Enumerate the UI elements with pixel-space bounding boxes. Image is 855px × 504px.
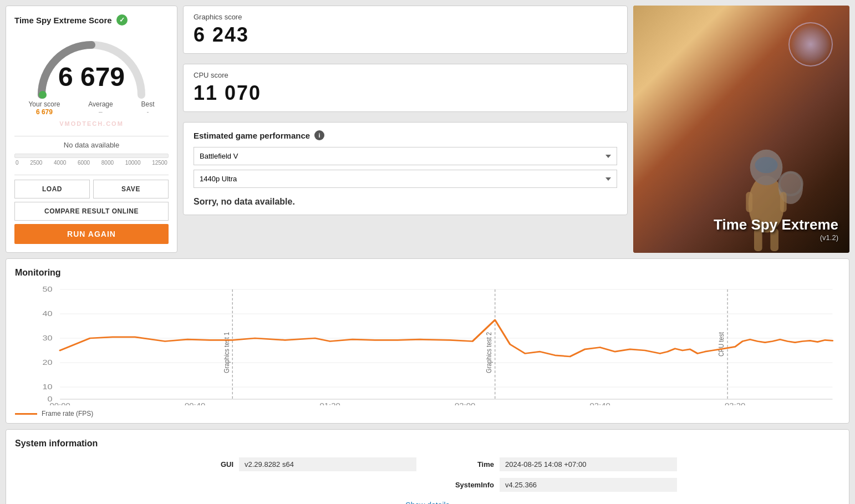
sysinfo-val-empty bbox=[239, 482, 416, 488]
cpu-score-label: CPU score bbox=[194, 71, 617, 79]
cpu-score-value: 11 070 bbox=[194, 82, 617, 105]
sysinfo-key-time: Time bbox=[439, 460, 494, 469]
sysinfo-title: System information bbox=[15, 439, 840, 449]
svg-text:02:00: 02:00 bbox=[455, 403, 475, 405]
svg-text:50: 50 bbox=[43, 286, 53, 293]
check-icon: ✓ bbox=[116, 14, 128, 26]
title-text: Time Spy Extreme Score bbox=[14, 16, 112, 25]
main-score: 6 679 bbox=[58, 62, 125, 92]
svg-text:01:20: 01:20 bbox=[320, 403, 340, 405]
sysinfo-grid: GUI v2.29.8282 s64 Time 2024-08-25 14:08… bbox=[178, 457, 677, 492]
compare-button[interactable]: COMPARE RESULT ONLINE bbox=[14, 202, 169, 221]
svg-point-3 bbox=[755, 157, 777, 173]
left-score-panel: Time Spy Extreme Score ✓ 6 679 Your s bbox=[6, 6, 177, 253]
svg-rect-6 bbox=[746, 192, 752, 212]
load-button[interactable]: LOAD bbox=[14, 180, 90, 198]
sysinfo-row-empty bbox=[178, 478, 416, 492]
sysinfo-row-time: Time 2024-08-25 14:08 +07:00 bbox=[439, 457, 677, 471]
show-details-link[interactable]: Show details bbox=[405, 501, 449, 504]
save-button[interactable]: SAVE bbox=[93, 180, 169, 198]
bar-axis: 0 2500 4000 6000 8000 10000 12500 bbox=[14, 160, 169, 166]
no-data-msg: Sorry, no data available. bbox=[194, 197, 617, 207]
legend-line bbox=[15, 413, 37, 415]
svg-text:00:40: 00:40 bbox=[185, 403, 205, 405]
svg-rect-7 bbox=[780, 192, 787, 212]
score-header: Time Spy Extreme Score ✓ bbox=[14, 14, 169, 26]
monitoring-chart: 50 40 30 20 10 0 00:00 00:40 01:20 02:00… bbox=[15, 283, 840, 405]
svg-text:Graphics test 1: Graphics test 1 bbox=[222, 332, 230, 373]
chart-area: 50 40 30 20 10 0 00:00 00:40 01:20 02:00… bbox=[15, 283, 840, 405]
sysinfo-val-sysinfo: v4.25.366 bbox=[500, 478, 677, 492]
svg-text:30: 30 bbox=[43, 334, 53, 342]
svg-text:20: 20 bbox=[43, 359, 53, 366]
graphics-score-value: 6 243 bbox=[194, 23, 617, 47]
cpu-score-box: CPU score 11 070 bbox=[183, 64, 628, 112]
svg-text:00:00: 00:00 bbox=[50, 403, 70, 405]
bar-chart-area: 0 2500 4000 6000 8000 10000 12500 bbox=[14, 154, 169, 166]
sysinfo-val-gui: v2.29.8282 s64 bbox=[239, 457, 416, 471]
game-select[interactable]: Battlefield V Cyberpunk 2077 Shadow of t… bbox=[194, 147, 617, 165]
sysinfo-panel: System information GUI v2.29.8282 s64 Ti… bbox=[6, 429, 849, 504]
game-version: (v1.2) bbox=[714, 233, 838, 242]
graphics-score-label: Graphics score bbox=[194, 13, 617, 21]
separator2 bbox=[14, 175, 169, 175]
orb-decoration bbox=[788, 22, 833, 67]
graphics-score-box: Graphics score 6 243 bbox=[183, 6, 628, 54]
gauge-container: 6 679 bbox=[30, 31, 152, 98]
show-details[interactable]: Show details bbox=[15, 501, 840, 504]
action-buttons: LOAD SAVE COMPARE RESULT ONLINE RUN AGAI… bbox=[14, 180, 169, 244]
perf-title: Estimated game performance i bbox=[194, 130, 617, 140]
sysinfo-key-gui: GUI bbox=[178, 460, 233, 469]
legend-label: Frame rate (FPS) bbox=[42, 410, 93, 418]
svg-text:03:20: 03:20 bbox=[725, 403, 745, 405]
svg-text:02:40: 02:40 bbox=[590, 403, 610, 405]
sysinfo-val-time: 2024-08-25 14:08 +07:00 bbox=[500, 457, 677, 471]
svg-point-0 bbox=[39, 91, 47, 99]
info-icon[interactable]: i bbox=[314, 130, 324, 140]
game-title: Time Spy Extreme bbox=[714, 216, 838, 233]
svg-text:40: 40 bbox=[43, 310, 53, 318]
separator1 bbox=[14, 136, 169, 136]
sysinfo-key-sysinfo: SystemInfo bbox=[439, 481, 494, 489]
perf-box: Estimated game performance i Battlefield… bbox=[183, 122, 628, 215]
monitoring-title: Monitoring bbox=[15, 268, 840, 278]
sysinfo-row-sysinfo: SystemInfo v4.25.366 bbox=[439, 478, 677, 492]
run-again-button[interactable]: RUN AGAIN bbox=[14, 224, 169, 244]
svg-text:Graphics test 2: Graphics test 2 bbox=[485, 332, 493, 373]
bar-placeholder bbox=[14, 154, 169, 158]
monitoring-panel: Monitoring 50 40 30 20 10 0 00:00 bbox=[6, 258, 849, 424]
resolution-select[interactable]: 1440p Ultra 1080p Ultra 4K Ultra bbox=[194, 170, 617, 188]
game-title-overlay: Time Spy Extreme (v1.2) bbox=[714, 216, 838, 242]
legend-row: Frame rate (FPS) bbox=[15, 410, 840, 418]
sysinfo-row-gui: GUI v2.29.8282 s64 bbox=[178, 457, 416, 471]
svg-text:10: 10 bbox=[43, 383, 53, 391]
game-image-panel: Time Spy Extreme (v1.2) bbox=[633, 6, 849, 253]
watermark: VMODTECH.COM bbox=[59, 120, 124, 127]
btn-row-1: LOAD SAVE bbox=[14, 180, 169, 198]
svg-text:CPU test: CPU test bbox=[717, 332, 725, 356]
no-data-text: No data available bbox=[64, 141, 119, 149]
middle-panel: Graphics score 6 243 CPU score 11 070 Es… bbox=[183, 6, 628, 253]
